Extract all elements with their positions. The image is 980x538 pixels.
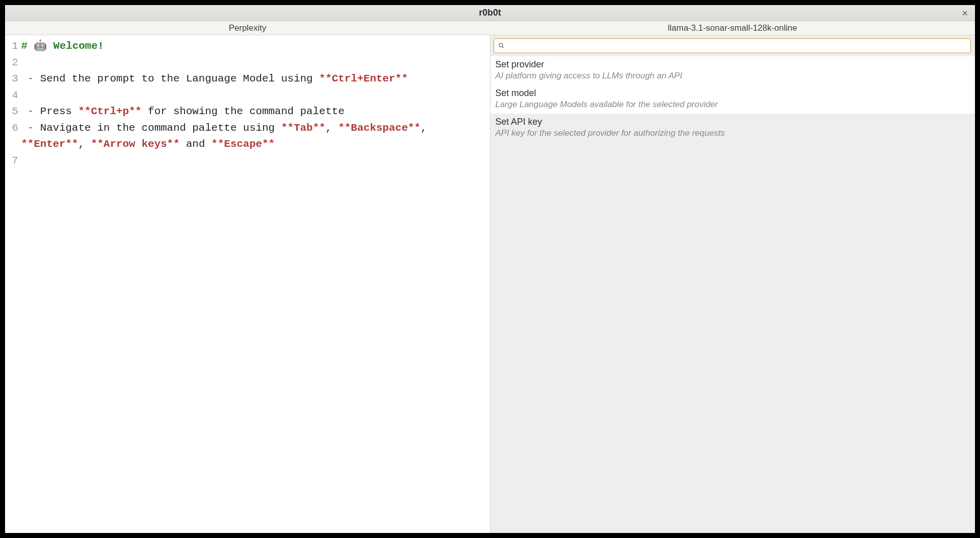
palette-item-title: Set provider: [496, 59, 970, 70]
app-window: r0b0t × Perplexity llama-3.1-sonar-small…: [5, 5, 975, 533]
search-icon: [498, 42, 505, 49]
editor-line: 3 - Send the prompt to the Language Mode…: [5, 71, 490, 87]
line-number: 4: [5, 87, 21, 104]
command-palette: Set providerAI platform giving access to…: [490, 35, 975, 533]
editor-pane[interactable]: 1# 🤖 Welcome!23 - Send the prompt to the…: [5, 35, 490, 533]
line-number: 6: [5, 120, 21, 137]
editor-line: 7: [5, 153, 490, 169]
line-content: - Send the prompt to the Language Model …: [21, 71, 490, 87]
model-label: llama-3.1-sonar-small-128k-online: [490, 21, 975, 35]
line-number: 1: [5, 38, 21, 55]
subheader: Perplexity llama-3.1-sonar-small-128k-on…: [5, 21, 975, 35]
line-number: 5: [5, 104, 21, 120]
palette-search[interactable]: [494, 38, 971, 53]
line-content: - Navigate in the command palette using …: [21, 120, 490, 153]
palette-search-input[interactable]: [508, 41, 967, 50]
title-bar: r0b0t ×: [5, 5, 975, 21]
palette-item-desc: AI platform giving access to LLMs throug…: [496, 71, 970, 81]
line-number: 3: [5, 71, 21, 87]
editor-line: 5 - Press **Ctrl+p** for showing the com…: [5, 104, 490, 120]
editor-line: 2: [5, 55, 490, 71]
palette-item-title: Set API key: [496, 117, 970, 127]
line-number: 2: [5, 55, 21, 71]
palette-item-desc: Large Language Models available for the …: [496, 100, 970, 110]
editor-line: 1# 🤖 Welcome!: [5, 38, 490, 55]
provider-label: Perplexity: [5, 21, 490, 35]
editor-line: 6 - Navigate in the command palette usin…: [5, 120, 490, 153]
palette-item[interactable]: Set modelLarge Language Models available…: [491, 85, 975, 114]
palette-item-title: Set model: [496, 88, 970, 99]
palette-item[interactable]: Set API keyAPI key for the selected prov…: [491, 114, 975, 142]
close-button[interactable]: ×: [959, 7, 971, 19]
svg-line-1: [502, 47, 504, 48]
svg-point-0: [499, 43, 503, 47]
palette-item-desc: API key for the selected provider for au…: [496, 128, 970, 138]
line-content: - Press **Ctrl+p** for showing the comma…: [21, 104, 490, 120]
line-number: 7: [5, 153, 21, 169]
content-area: 1# 🤖 Welcome!23 - Send the prompt to the…: [5, 35, 975, 533]
palette-item[interactable]: Set providerAI platform giving access to…: [491, 56, 975, 85]
editor-line: 4: [5, 87, 490, 104]
line-content: # 🤖 Welcome!: [21, 38, 490, 55]
window-title: r0b0t: [479, 8, 501, 18]
palette-list: Set providerAI platform giving access to…: [491, 56, 975, 142]
